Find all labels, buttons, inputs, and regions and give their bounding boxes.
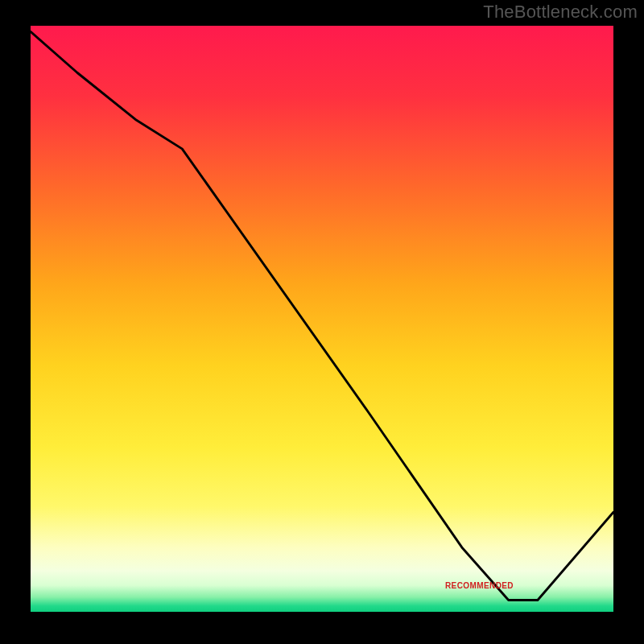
plot-area <box>31 26 613 612</box>
watermark-text: TheBottleneck.com <box>483 2 638 23</box>
chart-svg <box>31 26 613 612</box>
recommended-annotation: RECOMMENDED <box>445 581 514 590</box>
chart-frame: TheBottleneck.com RECOMMENDED <box>0 0 644 644</box>
gradient-background <box>31 26 613 612</box>
